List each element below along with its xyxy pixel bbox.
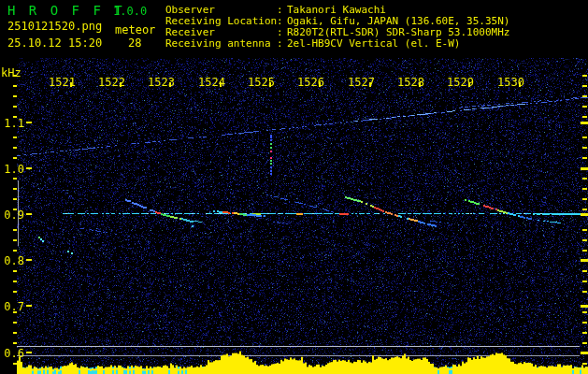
info-row-observer: Observer : Takanori Kawachi bbox=[165, 5, 386, 15]
info-label: Observer bbox=[165, 5, 277, 15]
info-row-receiver: Receiver : R820T2(RTL-SDR) SDR-Sharp 53.… bbox=[165, 27, 509, 37]
info-value: R820T2(RTL-SDR) SDR-Sharp 53.1000MHz bbox=[287, 27, 509, 37]
x-tick-label: 1522 bbox=[98, 77, 125, 88]
x-tick-label: 1525 bbox=[248, 77, 275, 88]
info-value: Ogaki, Gifu, JAPAN (136.60E, 35.35N) bbox=[287, 16, 509, 26]
y-tick-label: 0.6 bbox=[0, 348, 24, 359]
info-colon: : bbox=[277, 38, 287, 49]
x-tick-label: 1523 bbox=[148, 77, 175, 88]
info-label: Receiving Location bbox=[165, 16, 277, 26]
echo-count-label: 28 bbox=[128, 37, 141, 49]
y-tick-label: 1.0 bbox=[0, 164, 24, 175]
x-tick-label: 1528 bbox=[397, 77, 424, 88]
x-tick-label: 1530 bbox=[497, 77, 524, 88]
x-tick-label: 1521 bbox=[49, 77, 76, 88]
hrofft-output-window: H R O F F T 1.0.0 2510121520.png meteor … bbox=[0, 0, 588, 374]
info-colon: : bbox=[277, 16, 287, 26]
info-colon: : bbox=[277, 27, 287, 37]
y-tick-label: 0.7 bbox=[0, 301, 24, 312]
datetime-label: 25.10.12 15:20 bbox=[7, 37, 102, 49]
spectrogram-canvas bbox=[0, 0, 588, 374]
info-colon: : bbox=[277, 5, 287, 15]
x-tick-label: 1529 bbox=[447, 77, 474, 88]
y-tick-label: 0.9 bbox=[0, 209, 24, 221]
info-row-antenna: Receiving antenna : 2el-HB9CV Vertical (… bbox=[165, 38, 460, 49]
y-axis-unit-label: kHz bbox=[1, 67, 22, 79]
info-row-location: Receiving Location : Ogaki, Gifu, JAPAN … bbox=[165, 16, 509, 26]
info-label: Receiver bbox=[165, 27, 277, 37]
info-value: 2el-HB9CV Vertical (el. E-W) bbox=[287, 38, 460, 49]
x-tick-label: 1524 bbox=[198, 77, 225, 88]
y-tick-label: 0.8 bbox=[0, 255, 24, 266]
info-label: Receiving antenna bbox=[165, 38, 277, 49]
y-tick-label: 1.1 bbox=[0, 118, 24, 129]
app-version: 1.0.0 bbox=[113, 6, 147, 17]
app-title: H R O F F T bbox=[7, 4, 125, 17]
x-tick-label: 1526 bbox=[297, 77, 324, 88]
output-filename: 2510121520.png bbox=[7, 21, 102, 32]
mode-label: meteor bbox=[115, 24, 155, 36]
x-tick-label: 1527 bbox=[348, 77, 375, 88]
info-value: Takanori Kawachi bbox=[287, 5, 386, 15]
